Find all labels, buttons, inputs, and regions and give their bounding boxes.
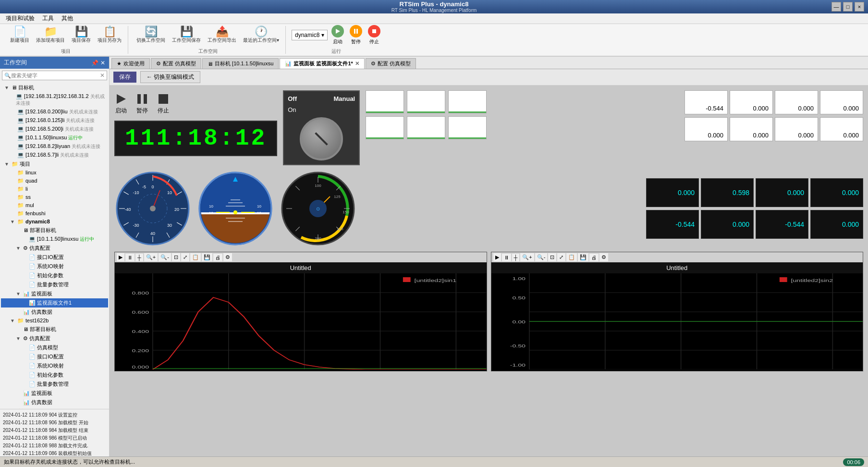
input-box-4[interactable] <box>366 116 404 139</box>
tab-sim-config2[interactable]: ⚙ 配置 仿真模型 <box>366 58 416 69</box>
val-box-r1c4[interactable]: 0.000 <box>820 90 863 114</box>
tree-item-初始化参数[interactable]: 📄 初始化参数 <box>1 370 108 380</box>
pin-icon[interactable]: 📌 <box>91 60 98 66</box>
save-workspace-button[interactable]: 💾 工作空间保存 <box>170 25 203 45</box>
chart1-copy-btn[interactable]: 📋 <box>190 253 201 261</box>
play-button[interactable]: 启动 <box>114 92 128 115</box>
tree-item-li[interactable]: 📁 li <box>1 185 108 193</box>
tree-item-[192.168.0.125]li-关机[interactable]: 💻 [192.168.0.125]li 关机或未连接 <box>1 116 108 125</box>
tree-item-quad[interactable]: 📁 quad <box>1 177 108 185</box>
switch-panel[interactable]: Off Manual On <box>283 90 360 165</box>
search-input[interactable] <box>11 73 100 78</box>
dark-box-r1c4[interactable]: 0.000 <box>810 178 863 207</box>
dark-box-r2c4[interactable]: 0.000 <box>810 210 863 239</box>
tree-item-dynamic8[interactable]: ▼📁 dynamic8 <box>1 218 108 226</box>
tree-item-目标机[interactable]: ▼🖥 目标机 <box>1 83 108 92</box>
maximize-button[interactable]: □ <box>843 2 853 12</box>
tree-item-仿真数据[interactable]: 📊 仿真数据 <box>1 307 108 317</box>
tree-item-系统IO映射[interactable]: 📄 系统IO映射 <box>1 361 108 370</box>
tree-item-接口IO配置[interactable]: 📄 接口IO配置 <box>1 253 108 262</box>
switch-dial[interactable] <box>300 117 343 160</box>
tree-item-test1622b[interactable]: ▼📁 test1622b <box>1 317 108 325</box>
dark-box-r1c3[interactable]: 0.000 <box>756 178 808 207</box>
tree-item-初始化参数[interactable]: 📄 初始化参数 <box>1 271 108 280</box>
saveas-project-button[interactable]: 📋 项目另存为 <box>95 25 124 45</box>
chart1-fit-btn[interactable]: ⊡ <box>172 253 180 261</box>
tree-item-mul[interactable]: 📁 mul <box>1 201 108 209</box>
tree-item-监视面板文件1[interactable]: 📊 监视面板文件1 <box>1 298 108 307</box>
tab-target[interactable]: 🖥 目标机 [10.1.1.50]linuxsu <box>202 58 279 69</box>
chart2-zoomin-btn[interactable]: 🔍+ <box>520 253 534 261</box>
edit-mode-button[interactable]: ← 切换至编辑模式 <box>140 71 200 83</box>
save-project-button[interactable]: 💾 项目保存 <box>69 25 93 45</box>
dark-box-r1c2[interactable]: 0.598 <box>701 178 754 207</box>
menu-other[interactable]: 其他 <box>58 13 77 24</box>
input-box-1[interactable] <box>366 90 404 113</box>
input-box-6[interactable] <box>448 116 487 139</box>
tree-item-仿真数据[interactable]: 📊 仿真数据 <box>1 398 108 407</box>
switch-workspace-button[interactable]: 🔄 切换工作空间 <box>134 25 168 45</box>
chart1-play-btn[interactable]: ▶ <box>117 253 124 261</box>
tree-item-linux[interactable]: 📁 linux <box>1 169 108 177</box>
close-button[interactable]: × <box>855 2 864 12</box>
val-box-r1c2[interactable]: 0.000 <box>730 90 773 114</box>
chart2-settings-btn[interactable]: ⚙ <box>599 253 608 261</box>
tree-item-部署目标机[interactable]: 🖥 部署目标机 <box>1 325 108 334</box>
save-button[interactable]: 保存 <box>113 72 136 83</box>
chart1-pause-btn[interactable]: ⏸ <box>125 254 134 261</box>
tree-item-[192.168.5.7]li-关机或未[interactable]: 💻 [192.168.5.7]li 关机或未连接 <box>1 151 108 160</box>
val-box-r1c1[interactable]: -0.544 <box>685 90 728 114</box>
tab-welcome[interactable]: ★ 欢迎使用 <box>111 58 150 69</box>
tree-item-fenbushi[interactable]: 📁 fenbushi <box>1 209 108 218</box>
chart1-save-btn[interactable]: 💾 <box>202 253 212 261</box>
chart2-pause-btn[interactable]: ⏸ <box>502 254 511 261</box>
minimize-button[interactable]: — <box>831 2 841 12</box>
chart2-copy-btn[interactable]: 📋 <box>566 253 577 261</box>
tree-item-部署目标机[interactable]: 🖥 部署目标机 <box>1 226 108 235</box>
tree-item-ss[interactable]: 📁 ss <box>1 193 108 201</box>
tree-item-监视面板[interactable]: ▼📊 监视面板 <box>1 289 108 298</box>
tree-item-仿真配置[interactable]: ▼⚙ 仿真配置 <box>1 244 108 253</box>
add-project-button[interactable]: 📁 添加现有项目 <box>34 25 67 45</box>
tab-sim-config[interactable]: ⚙ 配置 仿真模型 <box>151 58 201 69</box>
dark-box-r2c3[interactable]: -0.544 <box>756 210 808 239</box>
tree-item-监视面板[interactable]: 📊 监视面板 <box>1 389 108 398</box>
tab-monitor-close-icon[interactable]: ✕ <box>355 61 359 67</box>
chart1-zoomin-btn[interactable]: 🔍+ <box>144 253 158 261</box>
input-box-2[interactable] <box>407 90 445 113</box>
chart1-zoomout-btn[interactable]: 🔍- <box>159 253 171 261</box>
val-box-r2c2[interactable]: 0.000 <box>730 117 773 141</box>
menu-project[interactable]: 项目和试验 <box>2 13 38 24</box>
tree-item-批量参数管理[interactable]: 📄 批量参数管理 <box>1 280 108 289</box>
dark-box-r2c1[interactable]: -0.544 <box>646 210 699 239</box>
input-box-3[interactable] <box>448 90 487 113</box>
search-close-icon[interactable]: ✕ <box>100 72 105 79</box>
dark-box-r2c2[interactable]: 0.000 <box>701 210 754 239</box>
tree-item-项目[interactable]: ▼📁 项目 <box>1 160 108 169</box>
val-box-r1c3[interactable]: 0.000 <box>775 90 818 114</box>
chart1-resize-btn[interactable]: ⤢ <box>181 253 189 261</box>
chart1-cursor-btn[interactable]: ┼ <box>135 254 143 261</box>
tree-item-接口IO配置[interactable]: 📄 接口IO配置 <box>1 352 108 361</box>
stop-ctrl-button[interactable]: 停止 <box>157 92 170 115</box>
val-box-r2c3[interactable]: 0.000 <box>775 117 818 141</box>
tree-item-[192.168.0.200]liu-关[interactable]: 💻 [192.168.0.200]liu 关机或未连接 <box>1 108 108 116</box>
start-project-button[interactable]: 启动 <box>331 25 344 45</box>
input-box-5[interactable] <box>407 116 445 139</box>
tree-item-仿真模型[interactable]: 📄 仿真模型 <box>1 343 108 352</box>
recent-workspace-button[interactable]: 🕐 最近的工作空间▾ <box>241 25 281 45</box>
tree-item-系统IO映射[interactable]: 📄 系统IO映射 <box>1 262 108 271</box>
chart2-print-btn[interactable]: 🖨 <box>589 254 599 261</box>
val-box-r2c1[interactable]: 0.000 <box>685 117 728 141</box>
pause-button[interactable]: 暂停 <box>350 25 362 45</box>
chart1-print-btn[interactable]: 🖨 <box>213 254 222 261</box>
menu-tools[interactable]: 工具 <box>38 13 58 24</box>
close-sidebar-icon[interactable]: ✕ <box>100 60 105 66</box>
chart2-cursor-btn[interactable]: ┼ <box>512 254 520 261</box>
tree-item-批量参数管理[interactable]: 📄 批量参数管理 <box>1 380 108 389</box>
chart2-play-btn[interactable]: ▶ <box>493 253 501 261</box>
tab-monitor[interactable]: 📊 监视面板 监视面板文件1* ✕ <box>280 58 364 69</box>
tree-item-[10.1.1.50]linuxsu-运[interactable]: 💻 [10.1.1.50]linuxsu 运行中 <box>1 134 108 142</box>
dark-box-r1c1[interactable]: 0.000 <box>646 178 699 207</box>
tree-item-仿真配置[interactable]: ▼⚙ 仿真配置 <box>1 334 108 343</box>
